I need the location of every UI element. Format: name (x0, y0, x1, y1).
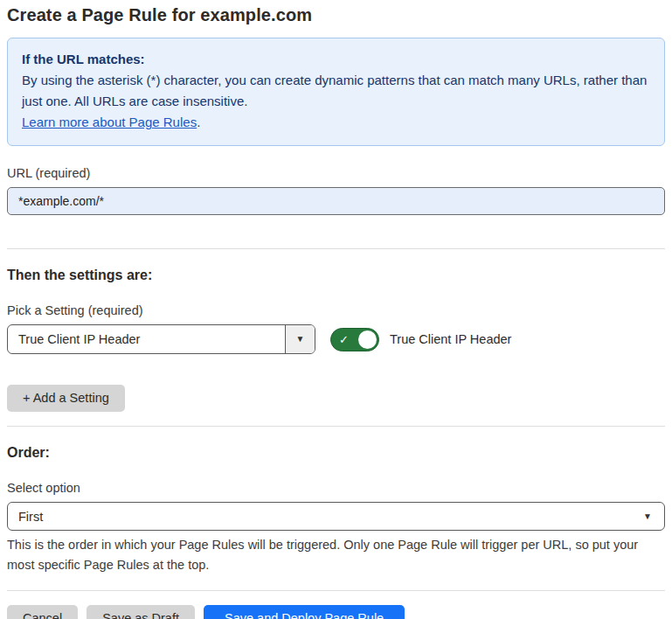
url-input[interactable] (7, 187, 665, 215)
save-and-deploy-button[interactable]: Save and Deploy Page Rule (204, 605, 405, 619)
url-field-label: URL (required) (7, 166, 665, 180)
learn-more-link[interactable]: Learn more about Page Rules (22, 115, 197, 129)
divider (7, 248, 665, 249)
order-select-label: Select option (7, 481, 665, 495)
order-help-text: This is the order in which your Page Rul… (7, 535, 658, 575)
order-select-value: First (8, 510, 643, 524)
setting-toggle-label: True Client IP Header (390, 332, 511, 346)
pick-setting-label: Pick a Setting (required) (7, 303, 665, 317)
setting-toggle[interactable]: ✓ (330, 328, 379, 351)
setting-select[interactable]: True Client IP Header ▼ (7, 324, 315, 354)
info-box-body: By using the asterisk (*) character, you… (22, 70, 650, 112)
chevron-down-icon: ▼ (296, 335, 305, 344)
divider (7, 426, 665, 427)
toggle-knob (358, 330, 377, 349)
check-icon: ✓ (339, 334, 349, 345)
setting-select-arrow-button[interactable]: ▼ (285, 325, 315, 353)
add-setting-button[interactable]: + Add a Setting (7, 385, 125, 412)
setting-row: True Client IP Header ▼ ✓ True Client IP… (7, 324, 665, 354)
url-match-info-box: If the URL matches: By using the asteris… (7, 38, 665, 146)
info-box-heading: If the URL matches: (22, 49, 650, 70)
order-select[interactable]: First ▼ (7, 502, 665, 531)
order-section-heading: Order: (7, 445, 665, 461)
divider (7, 590, 665, 591)
info-box-link-line: Learn more about Page Rules. (22, 112, 650, 133)
link-period: . (197, 115, 200, 129)
setting-select-value: True Client IP Header (8, 332, 285, 346)
page-rule-form: Create a Page Rule for example.com If th… (0, 0, 672, 619)
footer-actions: Cancel Save as Draft Save and Deploy Pag… (7, 605, 665, 619)
cancel-button[interactable]: Cancel (7, 605, 78, 619)
save-as-draft-button[interactable]: Save as Draft (87, 605, 195, 619)
settings-section-heading: Then the settings are: (7, 268, 665, 283)
chevron-down-icon: ▼ (643, 512, 652, 521)
page-title: Create a Page Rule for example.com (7, 0, 665, 25)
